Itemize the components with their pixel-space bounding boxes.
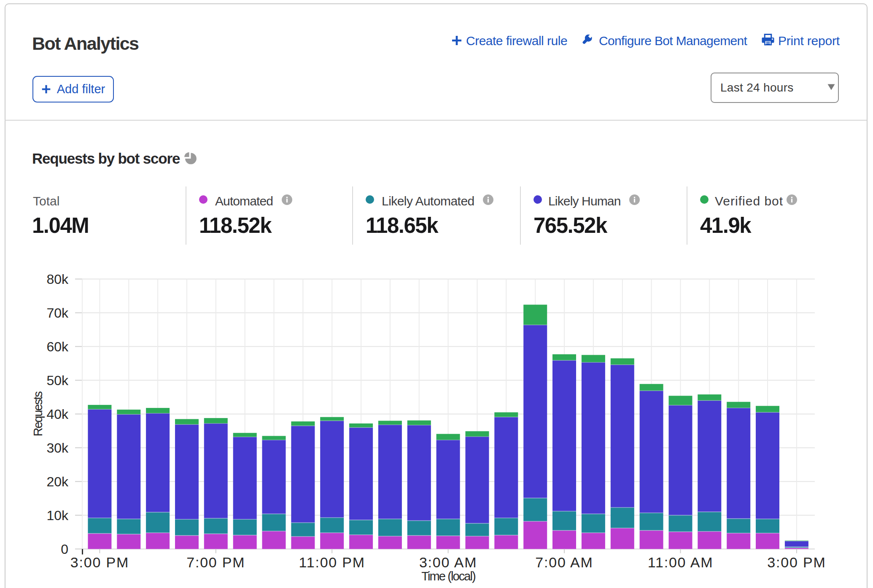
svg-text:11:00 AM: 11:00 AM [648, 554, 714, 570]
svg-text:10k: 10k [46, 508, 69, 523]
svg-text:11:00 PM: 11:00 PM [299, 554, 365, 570]
svg-text:70k: 70k [46, 305, 69, 321]
svg-text:30k: 30k [46, 440, 69, 456]
svg-text:7:00 PM: 7:00 PM [186, 554, 245, 570]
svg-text:Requests: Requests [31, 391, 45, 437]
svg-text:3:00 PM: 3:00 PM [767, 554, 826, 570]
svg-text:50k: 50k [46, 373, 69, 388]
svg-text:60k: 60k [46, 339, 69, 354]
svg-text:3:00 AM: 3:00 AM [419, 554, 477, 570]
svg-text:3:00 PM: 3:00 PM [70, 554, 129, 570]
svg-text:0: 0 [61, 542, 68, 557]
svg-text:Time (local): Time (local) [421, 569, 475, 583]
svg-text:20k: 20k [46, 474, 69, 489]
svg-text:80k: 80k [46, 272, 69, 287]
svg-text:7:00 AM: 7:00 AM [535, 554, 593, 570]
svg-text:40k: 40k [46, 407, 69, 422]
